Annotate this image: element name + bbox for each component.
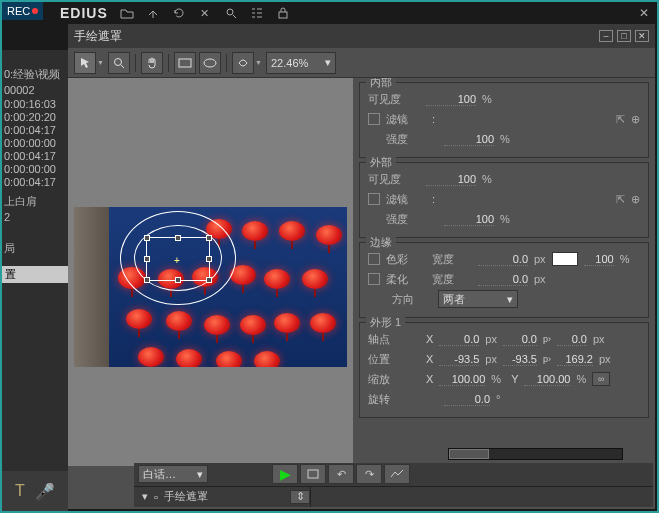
color-swatch[interactable]: [552, 252, 578, 266]
cut-icon[interactable]: ✕: [196, 4, 214, 22]
pen-tool[interactable]: [232, 52, 254, 74]
resize-handle[interactable]: [206, 277, 212, 283]
app-frame: REC EDIUS ✕ ✕ 0:经验\视频 00002 0:00:16:03 0…: [0, 0, 659, 513]
opacity-value[interactable]: 100: [584, 253, 614, 266]
play-button[interactable]: ▶: [272, 464, 298, 484]
visibility-value[interactable]: 100: [426, 173, 476, 186]
expand-button[interactable]: ⇕: [290, 490, 310, 504]
rec-badge: REC: [2, 2, 43, 20]
scale-y[interactable]: 100.00: [524, 373, 570, 386]
maximize-button[interactable]: □: [617, 30, 631, 42]
visibility-label: 可见度: [368, 172, 420, 187]
preview-pane[interactable]: +: [68, 78, 353, 466]
resize-handle[interactable]: [144, 235, 150, 241]
up-icon[interactable]: [144, 4, 162, 22]
direction-dropdown[interactable]: 两者▾: [438, 290, 518, 308]
direction-value: 两者: [443, 292, 465, 307]
link-icon[interactable]: ⊕: [631, 113, 640, 126]
arrow-tool[interactable]: [74, 52, 96, 74]
hand-tool[interactable]: [141, 52, 163, 74]
pivot-p[interactable]: 0.0: [557, 333, 587, 346]
minimize-button[interactable]: –: [599, 30, 613, 42]
rect-tool[interactable]: [174, 52, 196, 74]
resize-handle[interactable]: [206, 256, 212, 262]
svg-point-0: [227, 9, 233, 15]
link-scale-button[interactable]: ∞: [592, 372, 610, 386]
list-icon[interactable]: [248, 4, 266, 22]
width-value[interactable]: 0.0: [478, 253, 528, 266]
timecode: 0:00:00:00: [4, 163, 68, 175]
resize-handle[interactable]: [144, 256, 150, 262]
inner-group: 内部 可见度100% 滤镜: ⇱⊕ 强度100%: [359, 82, 649, 158]
track-lane[interactable]: [310, 487, 653, 507]
properties-panel: 内部 可见度100% 滤镜: ⇱⊕ 强度100% 外部 可见度100% 滤镜: …: [353, 78, 655, 466]
resize-handle[interactable]: [206, 235, 212, 241]
rotation-value[interactable]: 0.0: [444, 393, 490, 406]
zoom-tool[interactable]: [108, 52, 130, 74]
timecode: 0:00:16:03: [4, 98, 68, 110]
mic-tool-icon[interactable]: 🎤: [35, 482, 55, 501]
scale-x[interactable]: 100.00: [439, 373, 485, 386]
folder-icon[interactable]: [118, 4, 136, 22]
loop-button[interactable]: [300, 464, 326, 484]
arrow-dropdown-icon[interactable]: ▼: [97, 59, 105, 66]
track-separator: ▫: [154, 491, 158, 503]
preview-canvas[interactable]: +: [74, 207, 347, 367]
soft-label: 柔化: [386, 272, 426, 287]
edge-group: 边缘 色彩宽度0.0px100% 柔化宽度0.0px 方向两者▾: [359, 242, 649, 318]
refresh-icon[interactable]: [170, 4, 188, 22]
width-value[interactable]: 0.0: [478, 273, 528, 286]
center-cross-icon: +: [174, 255, 182, 263]
track-header[interactable]: ▾ ▫ 手绘遮罩 ⇕: [134, 489, 310, 504]
timecode: 0:00:00:00: [4, 137, 68, 149]
color-label: 色彩: [386, 252, 426, 267]
width-label: 宽度: [432, 252, 472, 267]
strength-label: 强度: [386, 132, 438, 147]
text-tool-icon[interactable]: T: [15, 482, 25, 500]
pivot-label: 轴点: [368, 332, 420, 347]
timeline-scrollbar[interactable]: [448, 448, 623, 460]
svg-point-4: [204, 59, 216, 67]
pivot-y[interactable]: 0.0: [503, 333, 537, 346]
visibility-value[interactable]: 100: [426, 93, 476, 106]
graph-button[interactable]: [384, 464, 410, 484]
sidebar-item-selected[interactable]: 置: [2, 266, 68, 283]
timecode: 0:00:04:17: [4, 150, 68, 162]
lock-icon[interactable]: [274, 4, 292, 22]
group-legend: 外部: [366, 155, 396, 170]
export-icon[interactable]: ⇱: [616, 193, 625, 206]
pos-x[interactable]: -93.5: [439, 353, 479, 366]
soft-checkbox[interactable]: [368, 273, 380, 285]
pen-dropdown-icon[interactable]: ▼: [255, 59, 263, 66]
mode-dropdown[interactable]: 白话…▾: [138, 465, 208, 483]
app-name: EDIUS: [60, 5, 108, 21]
close-button[interactable]: ✕: [635, 30, 649, 42]
resize-handle[interactable]: [175, 277, 181, 283]
resize-handle[interactable]: [144, 277, 150, 283]
width-label: 宽度: [432, 272, 472, 287]
search-icon[interactable]: [222, 4, 240, 22]
strength-value[interactable]: 100: [444, 213, 494, 226]
next-button[interactable]: ↷: [356, 464, 382, 484]
filter-checkbox[interactable]: [368, 113, 380, 125]
panel-title: 手绘遮罩: [74, 28, 122, 45]
resize-handle[interactable]: [175, 235, 181, 241]
link-icon[interactable]: ⊕: [631, 193, 640, 206]
sidebar-item[interactable]: 局: [4, 241, 68, 256]
mask-title-bar: 手绘遮罩 – □ ✕: [68, 24, 655, 48]
ellipse-tool[interactable]: [199, 52, 221, 74]
app-close-icon[interactable]: ✕: [639, 6, 649, 20]
selection-bbox[interactable]: +: [146, 237, 210, 281]
filter-checkbox[interactable]: [368, 193, 380, 205]
color-checkbox[interactable]: [368, 253, 380, 265]
zoom-dropdown[interactable]: 22.46%▾: [266, 52, 336, 74]
prev-button[interactable]: ↶: [328, 464, 354, 484]
scrollbar-thumb[interactable]: [449, 449, 489, 459]
bottom-bar: 白话…▾ ▶ ↶ ↷ ▾ ▫ 手绘遮罩 ⇕: [134, 463, 653, 507]
pct-unit: %: [482, 93, 492, 105]
pos-p[interactable]: 169.2: [557, 353, 593, 366]
strength-value[interactable]: 100: [444, 133, 494, 146]
pos-y[interactable]: -93.5: [503, 353, 537, 366]
export-icon[interactable]: ⇱: [616, 113, 625, 126]
pivot-x[interactable]: 0.0: [439, 333, 479, 346]
